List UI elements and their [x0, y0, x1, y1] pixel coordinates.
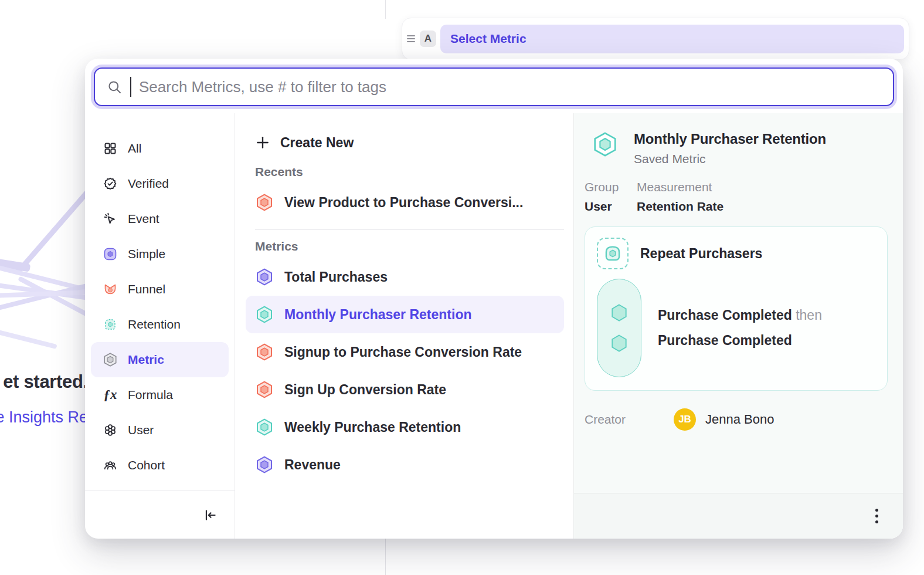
sidebar-item-user[interactable]: User	[91, 412, 229, 448]
verified-badge-icon	[103, 176, 118, 191]
text-caret	[130, 77, 131, 97]
background-headline-fragment: et started.	[0, 371, 88, 397]
metric-row-bar: A Select Metric	[402, 18, 909, 60]
creator-avatar: JB	[674, 408, 696, 431]
metric-row-label: Total Purchases	[284, 269, 388, 285]
create-new-label: Create New	[280, 135, 354, 151]
metric-row-total-purchases[interactable]: Total Purchases	[246, 258, 564, 296]
step-connector: then	[796, 307, 822, 323]
sidebar-item-label: Verified	[128, 177, 169, 191]
section-label-recents: Recents	[255, 165, 564, 179]
metric-row-label: Monthly Purchaser Retention	[284, 307, 471, 323]
metric-detail-panel: Monthly Purchaser Retention Saved Metric…	[573, 113, 903, 539]
sidebar-footer	[85, 491, 235, 539]
retention-metric-icon	[255, 418, 274, 437]
event-sequence-capsule	[597, 279, 641, 377]
cohort-people-icon	[103, 458, 118, 473]
sidebar-item-label: Metric	[128, 353, 164, 367]
user-cluster-icon	[103, 422, 118, 438]
background-panel-divider	[385, 0, 386, 19]
metric-hexagon-icon	[103, 352, 118, 367]
detail-subtitle: Saved Metric	[634, 152, 826, 166]
more-options-icon[interactable]	[875, 509, 878, 523]
metric-row-label: Sign Up Conversion Rate	[284, 382, 446, 398]
search-input[interactable]	[139, 78, 881, 96]
sidebar-item-label: Simple	[128, 247, 165, 261]
collapse-left-icon[interactable]	[203, 508, 218, 523]
sidebar-item-label: Funnel	[128, 282, 165, 296]
funnel-metric-icon	[255, 380, 274, 399]
sidebar-item-label: Cohort	[128, 458, 165, 472]
detail-meta: Group User Measurement Retention Rate	[585, 180, 888, 214]
simple-metric-icon	[103, 246, 118, 262]
detail-footer	[574, 493, 903, 539]
creator-label: Creator	[585, 412, 674, 427]
retention-definition-card: Repeat Purchasers Purchase Completed	[585, 226, 888, 391]
sidebar-item-simple[interactable]: Simple	[91, 236, 229, 272]
background-insights-link-fragment[interactable]: e Insights Re	[0, 408, 88, 431]
metric-row-sign-up-conversion-rate[interactable]: Sign Up Conversion Rate	[246, 371, 564, 408]
search-icon	[107, 79, 123, 95]
grid-icon	[103, 141, 118, 156]
funnel-icon	[103, 282, 118, 297]
metric-row-signup-to-purchase-conversion[interactable]: Signup to Purchase Conversion Rate	[246, 333, 564, 371]
definition-title: Repeat Purchasers	[640, 246, 762, 262]
measurement-label: Measurement	[637, 180, 723, 194]
section-label-metrics: Metrics	[255, 239, 564, 253]
step-2-event: Purchase Completed	[658, 333, 792, 348]
sidebar-item-label: All	[128, 141, 141, 155]
sidebar-item-retention[interactable]: Retention	[91, 307, 229, 342]
metric-row-label: View Product to Purchase Conversi...	[284, 195, 523, 211]
metric-row-revenue[interactable]: Revenue	[246, 446, 564, 483]
metric-row-label: Revenue	[284, 457, 341, 473]
metric-icon	[255, 268, 274, 286]
type-filter-sidebar: All Verified Event	[85, 113, 235, 539]
sidebar-item-funnel[interactable]: Funnel	[91, 272, 229, 307]
list-divider	[255, 229, 564, 230]
measurement-value: Retention Rate	[637, 199, 723, 214]
detail-title: Monthly Purchaser Retention	[634, 131, 826, 147]
event-hexagon-icon	[609, 333, 630, 354]
retention-cohort-icon	[597, 238, 629, 269]
sidebar-item-verified[interactable]: Verified	[91, 166, 229, 201]
sidebar-item-all[interactable]: All	[91, 131, 229, 166]
metric-selector-popover: All Verified Event	[85, 59, 903, 539]
creator-row: Creator JB Jenna Bono	[585, 408, 888, 431]
funnel-metric-icon	[255, 193, 274, 212]
sidebar-item-cohort[interactable]: Cohort	[91, 448, 229, 483]
plus-icon	[255, 135, 270, 150]
step-1-event: Purchase Completed	[658, 307, 792, 323]
create-new-button[interactable]: Create New	[255, 130, 564, 155]
sidebar-item-label: Event	[128, 212, 159, 226]
metric-row-monthly-purchaser-retention[interactable]: Monthly Purchaser Retention	[246, 296, 564, 333]
sidebar-item-formula[interactable]: ƒx Formula	[91, 377, 229, 412]
retention-icon	[103, 317, 118, 332]
metric-icon	[255, 455, 274, 474]
sidebar-item-label: Formula	[128, 388, 173, 402]
sidebar-item-metric[interactable]: Metric	[91, 342, 229, 377]
metric-list-panel: Create New Recents View Product to Purch…	[235, 113, 573, 539]
formula-fx-icon: ƒx	[103, 387, 118, 402]
metric-row-weekly-purchase-retention[interactable]: Weekly Purchase Retention	[246, 408, 564, 446]
sidebar-item-label: Retention	[128, 317, 181, 332]
sidebar-item-event[interactable]: Event	[91, 201, 229, 236]
row-label-badge: A	[420, 31, 436, 47]
search-box[interactable]	[94, 67, 894, 106]
background-panel-divider	[385, 539, 386, 575]
select-metric-label: Select Metric	[450, 32, 526, 46]
metric-row-label: Weekly Purchase Retention	[284, 420, 461, 435]
metric-row-label: Signup to Purchase Conversion Rate	[284, 344, 522, 360]
funnel-metric-icon	[255, 343, 274, 361]
creator-name: Jenna Bono	[705, 412, 774, 427]
event-hexagon-icon	[609, 302, 630, 323]
sidebar-item-label: User	[128, 423, 154, 437]
group-label: Group	[585, 180, 637, 194]
saved-metric-icon	[592, 131, 619, 158]
select-metric-button[interactable]: Select Metric	[440, 25, 904, 53]
cursor-click-icon	[103, 211, 118, 226]
drag-handle-icon[interactable]	[407, 35, 415, 42]
metric-row-view-product-to-purchase[interactable]: View Product to Purchase Conversi...	[246, 184, 564, 221]
retention-metric-icon	[255, 305, 274, 324]
group-value: User	[585, 199, 637, 214]
